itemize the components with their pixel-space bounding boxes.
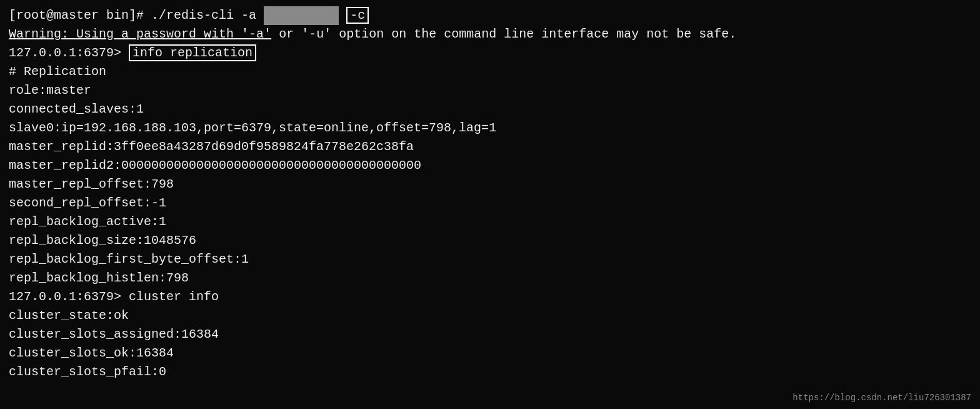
command-line: [root@master bin]# ./redis-cli -a ••••••… [9,6,971,25]
info-replication-cmd-line: 127.0.0.1:6379> info replication [9,44,971,63]
cluster-slots-pfail-line: cluster_slots_pfail:0 [9,363,971,381]
repl-backlog-histlen-line: repl_backlog_histlen:798 [9,269,971,288]
master-replid-line: master_replid:3ff0ee8a43287d69d0f9589824… [9,138,971,156]
second-repl-offset-line: second_repl_offset:-1 [9,194,971,213]
flag-c: -c [346,7,369,24]
space [339,8,346,23]
master-replid2-line: master_replid2:0000000000000000000000000… [9,156,971,175]
repl-backlog-active-line: repl_backlog_active:1 [9,213,971,231]
connected-slaves-line: connected_slaves:1 [9,100,971,119]
password-redacted: •••••••••• [264,6,339,25]
cluster-slots-ok-line: cluster_slots_ok:16384 [9,344,971,363]
repl-backlog-size-line: repl_backlog_size:1048576 [9,231,971,250]
cluster-state-line: cluster_state:ok [9,306,971,325]
warning-line: Warning: Using a password with '-a' or '… [9,25,971,44]
option-word: option [339,27,384,41]
watermark: https://blog.csdn.net/liu726301387 [792,393,971,403]
prompt2: 127.0.0.1:6379> [9,46,129,60]
prompt-text: [root@master bin]# ./redis-cli -a [9,8,264,23]
info-replication-cmd-box: info replication [129,44,256,61]
slave0-line: slave0:ip=192.168.188.103,port=6379,stat… [9,119,971,138]
repl-backlog-first-byte-line: repl_backlog_first_byte_offset:1 [9,250,971,269]
role-line: role:master [9,81,971,100]
cluster-slots-assigned-line: cluster_slots_assigned:16384 [9,325,971,344]
cluster-info-cmd-line: 127.0.0.1:6379> cluster info [9,288,971,306]
replication-header: # Replication [9,63,971,81]
master-repl-offset-line: master_repl_offset:798 [9,175,971,194]
terminal-output: [root@master bin]# ./redis-cli -a ••••••… [9,6,971,381]
warning-underline-a: Warning: Using a password with '-a' [9,27,271,41]
